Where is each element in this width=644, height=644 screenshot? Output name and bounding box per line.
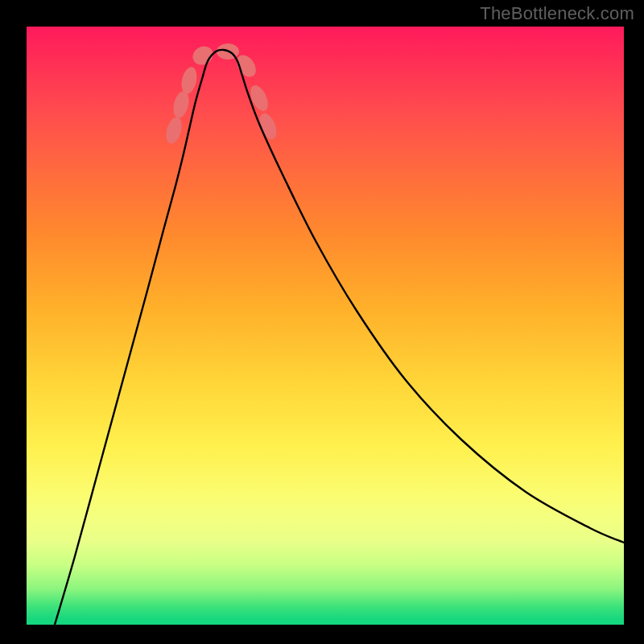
curve-marker (171, 89, 192, 119)
plot-area (27, 27, 624, 625)
curve-marker (180, 66, 200, 96)
chart-svg (27, 27, 624, 625)
chart-frame: TheBottleneck.com (0, 0, 644, 644)
watermark-text: TheBottleneck.com (480, 3, 634, 24)
bottleneck-curve (55, 50, 624, 625)
curve-marker (163, 115, 185, 146)
